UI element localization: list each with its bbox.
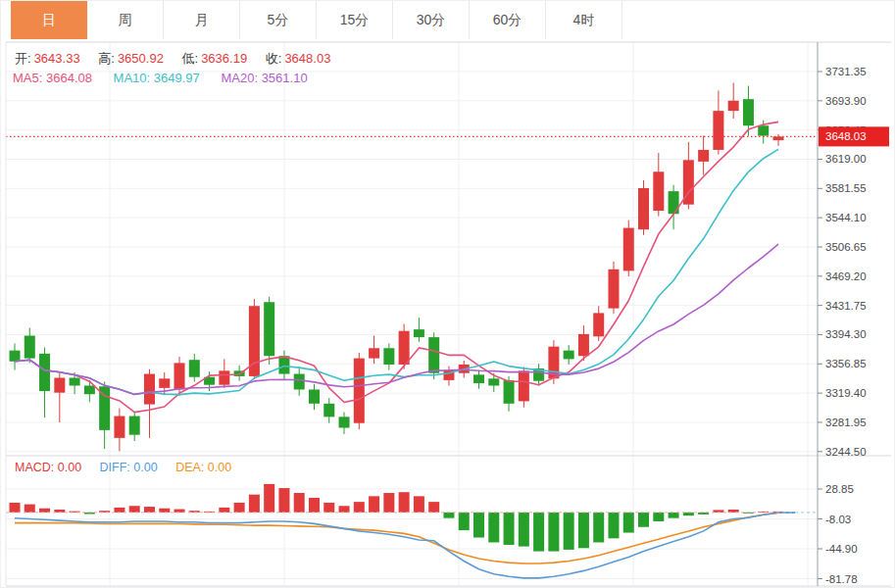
tab-5min-label: 5分 — [268, 12, 289, 29]
macd-bar — [414, 496, 424, 513]
high-label: 高: — [98, 51, 115, 66]
candle-body — [428, 337, 439, 373]
candle-body — [653, 172, 664, 211]
tab-month[interactable]: 月 — [164, 1, 240, 39]
ma10-readout: MA10: 3649.97 — [114, 71, 200, 85]
macd-bar — [548, 513, 559, 552]
tab-60min[interactable]: 60分 — [470, 1, 546, 39]
ma-header: MA5: 3664.08 MA10: 3649.97 MA20: 3561.10 — [13, 71, 325, 85]
low-label: 低: — [182, 51, 199, 66]
ma5-readout: MA5: 3664.08 — [13, 71, 92, 85]
ohlc-header: 开:3643.33 高:3650.92 低:3636.19 收:3648.03 — [15, 50, 330, 68]
candle-body — [399, 331, 410, 365]
last-price-badge-text: 3648.03 — [825, 130, 867, 142]
macd-bar — [25, 505, 35, 513]
price-axis-label: 3619.00 — [825, 153, 867, 165]
tab-day[interactable]: 日 — [11, 1, 87, 39]
price-axis-label: 3506.65 — [825, 241, 867, 253]
macd-bar — [383, 493, 394, 513]
macd-bar — [653, 513, 664, 521]
macd-label: MACD: — [15, 461, 54, 474]
candle-body — [669, 191, 679, 214]
high-value: 3650.92 — [118, 51, 164, 66]
macd-bar — [39, 509, 50, 513]
candle-body — [608, 270, 619, 309]
candle-body — [743, 99, 754, 125]
macd-bar — [519, 513, 529, 547]
candle-body — [698, 150, 709, 162]
open-label: 开: — [15, 51, 31, 66]
timeframe-tabbar: 日 周 月 5分 15分 30分 60分 4时 — [1, 1, 894, 39]
tab-30min[interactable]: 30分 — [393, 1, 470, 39]
macd-value: 0.00 — [58, 461, 81, 474]
tab-week-label: 周 — [119, 12, 132, 29]
macd-bar — [264, 484, 274, 513]
candle-body — [323, 404, 334, 417]
candle-body — [84, 385, 95, 394]
diff-readout: DIFF: 0.00 — [100, 461, 158, 474]
macd-bar — [564, 513, 574, 550]
ma5-label: MA5: — [13, 71, 42, 85]
macd-bar — [144, 507, 155, 513]
tab-5min[interactable]: 5分 — [240, 1, 317, 39]
dea-value: 0.00 — [208, 461, 231, 474]
price-axis-label: 3394.30 — [825, 328, 867, 340]
macd-axis-label: -81.78 — [825, 573, 858, 585]
tab-day-label: 日 — [42, 12, 56, 29]
candle-body — [39, 354, 50, 391]
tab-60min-label: 60分 — [493, 12, 522, 29]
tab-week[interactable]: 周 — [87, 1, 164, 39]
candle-body — [174, 363, 185, 389]
candle-body — [25, 336, 35, 359]
macd-axis-label: 28.85 — [825, 483, 854, 495]
candle-body — [54, 378, 65, 393]
candle-body — [309, 389, 320, 403]
close-value: 3648.03 — [284, 51, 330, 66]
macd-bar — [608, 513, 619, 538]
candle-body — [264, 302, 274, 356]
close-label: 收: — [266, 51, 282, 66]
macd-bar — [593, 513, 604, 543]
price-axis-label: 3356.85 — [825, 358, 867, 369]
open-value: 3643.33 — [34, 51, 80, 66]
macd-bar — [294, 493, 305, 513]
ma20-readout: MA20: 3561.10 — [221, 71, 307, 85]
candle-body — [473, 374, 484, 383]
macd-bar — [323, 503, 334, 513]
tab-4hour[interactable]: 4时 — [546, 1, 622, 39]
macd-bar — [10, 503, 21, 513]
price-axis-label: 3319.40 — [825, 387, 867, 399]
tab-15min[interactable]: 15分 — [317, 1, 393, 39]
macd-bar — [428, 502, 439, 513]
macd-bar — [114, 508, 124, 513]
candle-body — [414, 329, 424, 337]
macd-bar — [473, 513, 484, 538]
candle-body — [219, 370, 229, 384]
candle-body — [354, 359, 365, 423]
ma10-label: MA10: — [114, 71, 151, 85]
macd-bar — [219, 508, 229, 513]
macd-bar — [533, 513, 544, 552]
macd-readout: MACD: 0.00 — [15, 461, 81, 474]
candle-body — [10, 351, 21, 362]
candle-body — [564, 351, 574, 360]
dea-line — [15, 513, 795, 564]
candle-body — [369, 348, 379, 358]
macd-bar — [249, 495, 260, 513]
macd-header: MACD: 0.00 DIFF: 0.00 DEA: 0.00 — [15, 461, 246, 474]
tab-30min-label: 30分 — [417, 12, 446, 29]
candle-body — [638, 188, 649, 229]
candle-body — [728, 101, 739, 111]
price-axis-label: 3281.95 — [825, 416, 867, 428]
price-axis-label: 3693.90 — [825, 95, 867, 107]
diff-line — [15, 513, 795, 578]
tab-month-label: 月 — [195, 12, 209, 29]
chart-canvas[interactable]: 3731.353693.903656.453619.003581.553544.… — [1, 1, 895, 588]
macd-bar — [638, 513, 649, 527]
diff-value: 0.00 — [133, 461, 157, 474]
dea-readout: DEA: 0.00 — [175, 461, 231, 474]
macd-bar — [159, 509, 170, 513]
candle-body — [383, 348, 394, 365]
macd-bar — [309, 498, 320, 513]
ma20-value: 3561.10 — [262, 71, 308, 85]
